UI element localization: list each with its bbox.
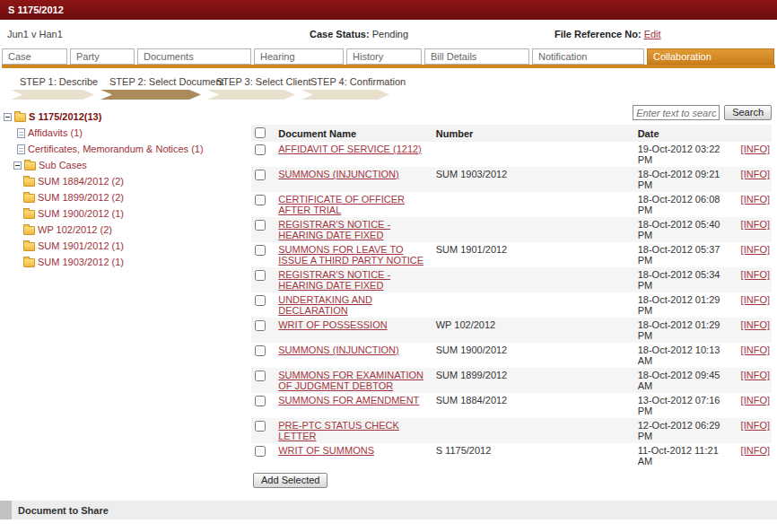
document-checkbox[interactable] xyxy=(255,371,266,381)
info-link[interactable]: [Info] xyxy=(741,370,770,380)
step-label: STEP 2: Select Document xyxy=(109,76,201,87)
folder-icon xyxy=(23,178,35,187)
tab-underline xyxy=(2,65,775,68)
case-info-row: Jun1 v Han1 Case Status: Pending File Re… xyxy=(0,20,777,48)
tree-item-sum-1901[interactable]: SUM 1901/2012 (1) xyxy=(23,238,251,254)
tree-item-root-case[interactable]: S 1175/2012(13) xyxy=(4,109,251,125)
tab-case[interactable]: Case xyxy=(2,48,67,65)
document-date: 19-Oct-2012 03:22 PM xyxy=(636,142,736,167)
document-link[interactable]: PRE-PTC STATUS CHECK LETTER xyxy=(278,420,399,441)
info-link[interactable]: [Info] xyxy=(741,219,770,230)
info-link[interactable]: [Info] xyxy=(741,169,770,179)
step-3-select-client: STEP 3: Select Client xyxy=(207,76,295,100)
select-all-checkbox[interactable] xyxy=(255,127,266,138)
folder-icon xyxy=(24,161,36,170)
document-row: SUMMONS FOR AMENDMENT SUM 1884/2012 13-O… xyxy=(251,393,772,418)
document-date: 12-Oct-2012 06:29 PM xyxy=(636,418,736,443)
info-link[interactable]: [Info] xyxy=(741,420,770,431)
document-link[interactable]: WRIT OF POSSESSION xyxy=(278,319,387,330)
collapse-icon[interactable] xyxy=(13,161,22,170)
column-header-number: Number xyxy=(434,125,636,142)
documents-panel: Search Document Name Number Date AFF xyxy=(251,105,777,488)
step-2-select-document: STEP 2: Select Document xyxy=(100,76,201,100)
document-number: SUM 1884/2012 xyxy=(434,393,636,418)
info-link[interactable]: [Info] xyxy=(741,445,770,456)
tree-item-sub-cases[interactable]: Sub Cases xyxy=(13,157,251,173)
tree-item-certificates[interactable]: Certificates, Memorandum & Notices (1) xyxy=(17,141,251,157)
share-section-header: Document to Share xyxy=(0,501,777,519)
step-arrow-icon xyxy=(301,90,389,100)
folder-icon xyxy=(23,210,35,219)
document-link[interactable]: CERTIFICATE OF OFFICER AFTER TRIAL xyxy=(278,194,405,215)
document-checkbox[interactable] xyxy=(255,195,266,205)
document-checkbox[interactable] xyxy=(255,320,266,331)
document-link[interactable]: REGISTRAR'S NOTICE - HEARING DATE FIXED xyxy=(278,219,390,240)
document-link[interactable]: SUMMONS (INJUNCTION) xyxy=(278,169,398,179)
column-header-date: Date xyxy=(636,125,736,142)
tree-item-sum-1903[interactable]: SUM 1903/2012 (1) xyxy=(23,254,251,270)
document-link[interactable]: SUMMONS (INJUNCTION) xyxy=(278,344,398,355)
tree-item-sum-1899[interactable]: SUM 1899/2012 (2) xyxy=(23,189,251,205)
document-checkbox[interactable] xyxy=(255,396,266,406)
document-number xyxy=(434,418,636,443)
info-link[interactable]: [Info] xyxy=(741,344,770,355)
document-checkbox[interactable] xyxy=(255,270,266,281)
tab-collaboration[interactable]: Collaboration xyxy=(647,48,774,65)
info-link[interactable]: [Info] xyxy=(741,194,770,205)
document-link[interactable]: SUMMONS FOR AMENDMENT xyxy=(278,395,419,406)
step-label: STEP 1: Describe xyxy=(20,76,94,87)
info-link[interactable]: [Info] xyxy=(741,144,770,154)
document-date: 18-Oct-2012 06:08 PM xyxy=(636,192,736,217)
document-number: S 1175/2012 xyxy=(434,443,636,468)
document-checkbox[interactable] xyxy=(255,245,266,256)
document-number xyxy=(434,292,636,318)
document-row: REGISTRAR'S NOTICE - HEARING DATE FIXED … xyxy=(251,267,772,292)
document-link[interactable]: SUMMONS FOR EXAMINATION OF JUDGMENT DEBT… xyxy=(278,370,423,391)
document-number: SUM 1903/2012 xyxy=(434,167,636,192)
info-link[interactable]: [Info] xyxy=(741,395,770,406)
info-link[interactable]: [Info] xyxy=(741,319,770,330)
tree-item-sum-1884[interactable]: SUM 1884/2012 (2) xyxy=(23,173,251,189)
section-chip xyxy=(0,501,12,519)
document-number: SUM 1901/2012 xyxy=(434,242,636,267)
tab-notification[interactable]: Notification xyxy=(532,48,644,65)
document-link[interactable]: UNDERTAKING AND DECLARATION xyxy=(278,294,372,316)
info-link[interactable]: [Info] xyxy=(741,269,770,280)
tree-item-sum-1900[interactable]: SUM 1900/2012 (1) xyxy=(23,205,251,222)
add-selected-button[interactable]: Add Selected xyxy=(253,473,327,488)
info-link[interactable]: [Info] xyxy=(741,294,770,305)
document-checkbox[interactable] xyxy=(255,421,266,432)
document-checkbox[interactable] xyxy=(255,345,266,356)
document-row: SUMMONS FOR EXAMINATION OF JUDGMENT DEBT… xyxy=(251,368,772,393)
case-number-bar: S 1175/2012 xyxy=(0,0,777,20)
tab-hearing[interactable]: Hearing xyxy=(254,48,344,65)
folder-icon xyxy=(23,258,35,267)
step-label: STEP 3: Select Client xyxy=(216,76,295,87)
document-row: PRE-PTC STATUS CHECK LETTER 12-Oct-2012 … xyxy=(251,418,772,443)
document-checkbox[interactable] xyxy=(255,220,266,231)
tab-bill-details[interactable]: Bill Details xyxy=(424,48,529,65)
document-link[interactable]: WRIT OF SUMMONS xyxy=(278,445,374,456)
file-reference-edit-link[interactable]: Edit xyxy=(644,29,661,39)
tab-history[interactable]: History xyxy=(346,48,422,65)
tab-party[interactable]: Party xyxy=(70,48,135,65)
tree-item-affidavits[interactable]: Affidavits (1) xyxy=(17,125,251,141)
document-checkbox[interactable] xyxy=(255,170,266,180)
document-checkbox[interactable] xyxy=(255,144,266,155)
document-link[interactable]: REGISTRAR'S NOTICE - HEARING DATE FIXED xyxy=(278,269,390,291)
case-tree: S 1175/2012(13) Affidavits (1) Certifica… xyxy=(0,105,251,488)
tab-bar: Case Party Documents Hearing History Bil… xyxy=(0,48,777,65)
search-input[interactable] xyxy=(633,105,720,120)
document-date: 18-Oct-2012 05:40 PM xyxy=(636,217,736,242)
info-link[interactable]: [Info] xyxy=(741,244,770,255)
document-checkbox[interactable] xyxy=(255,446,266,457)
document-link[interactable]: SUMMONS FOR LEAVE TO ISSUE A THIRD PARTY… xyxy=(278,244,423,266)
search-button[interactable]: Search xyxy=(724,105,772,120)
tree-item-wp-102[interactable]: WP 102/2012 (2) xyxy=(23,222,251,238)
document-link[interactable]: AFFIDAVIT OF SERVICE (1212) xyxy=(278,144,422,154)
document-checkbox[interactable] xyxy=(255,295,266,306)
collapse-icon[interactable] xyxy=(4,113,12,121)
tab-documents[interactable]: Documents xyxy=(137,48,251,65)
folder-icon xyxy=(23,242,35,251)
search-row: Search xyxy=(251,105,772,120)
